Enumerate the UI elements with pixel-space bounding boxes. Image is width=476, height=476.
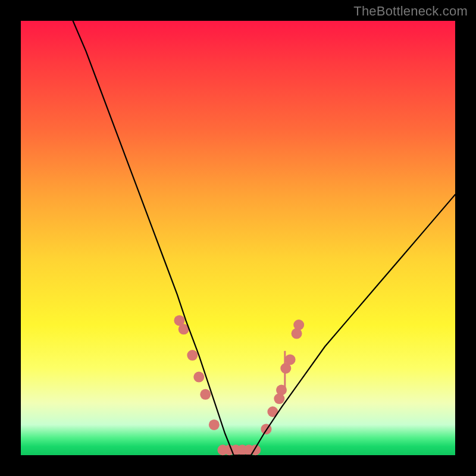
marker-point [293, 320, 304, 330]
marker-point [285, 354, 296, 365]
marker-point [187, 350, 198, 361]
marker-point [193, 372, 204, 383]
marker-point [209, 419, 220, 430]
marker-point [276, 385, 287, 396]
chart-frame: TheBottleneck.com [0, 0, 476, 476]
watermark-text: TheBottleneck.com [353, 4, 468, 19]
marker-point [200, 389, 211, 400]
chart-svg [21, 21, 455, 455]
plot-area [21, 21, 455, 455]
bottleneck-curve [73, 21, 455, 455]
